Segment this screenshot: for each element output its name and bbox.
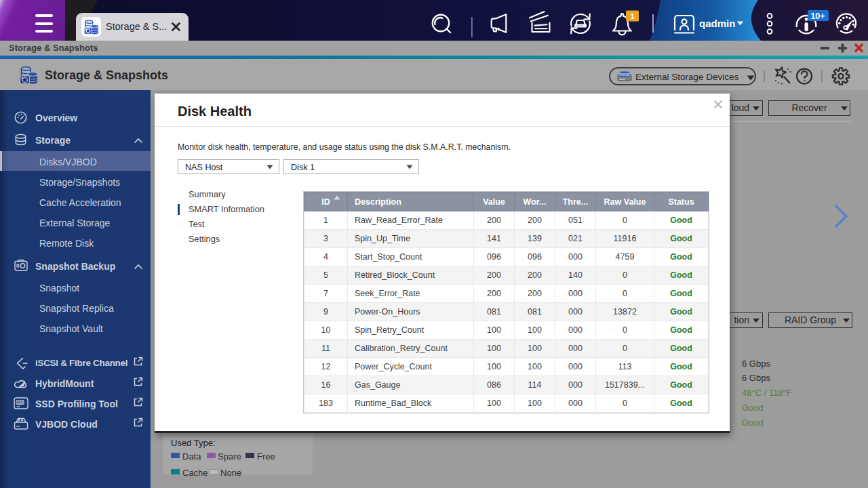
svg-text:10+: 10+ xyxy=(810,12,825,21)
svg-text:RAID: RAID xyxy=(620,73,629,77)
svg-text:SSD: SSD xyxy=(17,401,24,405)
svg-text:qadmin: qadmin xyxy=(699,18,735,29)
svg-text:1: 1 xyxy=(630,12,634,20)
